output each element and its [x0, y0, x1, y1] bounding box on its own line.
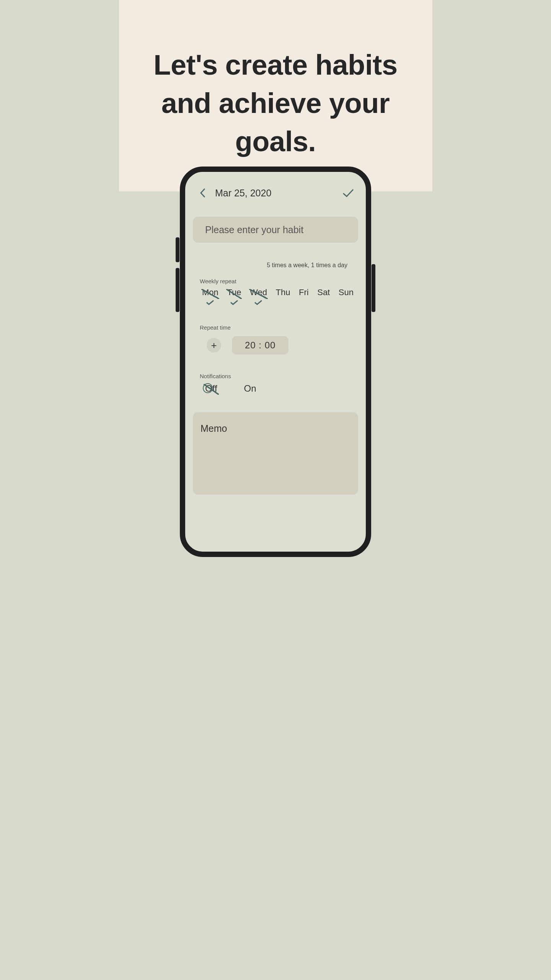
repeat-time-label: Repeat time: [200, 324, 358, 331]
habit-input-placeholder: Please enter your habit: [205, 224, 303, 235]
time-chip[interactable]: 20 : 00: [232, 336, 289, 354]
phone-frame: Mar 25, 2020 Please enter your habit 5 t…: [180, 167, 371, 557]
date-label[interactable]: Mar 25, 2020: [215, 188, 341, 199]
weekly-repeat-days: Mon Tue Wed Thu Fri Sat Sun: [193, 287, 358, 297]
day-label: Sun: [339, 287, 354, 297]
day-tue[interactable]: Tue: [227, 287, 241, 297]
day-wed[interactable]: Wed: [250, 287, 267, 297]
repeat-time-row: + 20 : 00: [193, 336, 358, 354]
day-mon[interactable]: Mon: [202, 287, 218, 297]
notifications-label: Notifications: [200, 373, 358, 379]
day-label: Mon: [202, 287, 218, 297]
notifications-on-label: On: [244, 383, 256, 394]
chevron-left-icon: [200, 188, 206, 198]
promo-page: Let's create habits and achieve your goa…: [119, 0, 432, 557]
notifications-off-label: Off: [205, 383, 217, 394]
day-label: Fri: [299, 287, 309, 297]
day-sat[interactable]: Sat: [317, 287, 330, 297]
headline: Let's create habits and achieve your goa…: [119, 46, 432, 161]
day-label: Thu: [276, 287, 290, 297]
notifications-off[interactable]: Off: [205, 383, 217, 394]
plus-icon: +: [211, 340, 217, 351]
add-time-button[interactable]: +: [207, 338, 221, 353]
notifications-on[interactable]: On: [244, 383, 256, 394]
phone-side-button: [372, 264, 375, 312]
phone-side-button: [176, 268, 179, 312]
weekly-repeat-label: Weekly repeat: [200, 278, 358, 284]
back-button[interactable]: [195, 185, 210, 201]
confirm-button[interactable]: [341, 185, 356, 201]
check-icon: [254, 297, 262, 303]
day-sun[interactable]: Sun: [339, 287, 354, 297]
day-label: Sat: [317, 287, 330, 297]
frequency-summary: 5 times a week, 1 times a day: [193, 262, 358, 269]
check-icon: [342, 189, 354, 197]
memo-placeholder: Memo: [201, 423, 227, 434]
topbar: Mar 25, 2020: [193, 185, 358, 201]
phone-side-button: [176, 237, 179, 262]
day-label: Tue: [227, 287, 241, 297]
headline-line1: Let's create habits and achieve your goa…: [153, 49, 397, 157]
circle-icon: [203, 383, 213, 393]
habit-input[interactable]: Please enter your habit: [193, 217, 358, 243]
app-screen: Mar 25, 2020 Please enter your habit 5 t…: [185, 172, 366, 495]
day-thu[interactable]: Thu: [276, 287, 290, 297]
day-label: Wed: [250, 287, 267, 297]
check-icon: [230, 297, 238, 303]
check-icon: [206, 297, 214, 303]
day-fri[interactable]: Fri: [299, 287, 309, 297]
notifications-row: Off On: [193, 383, 358, 394]
memo-input[interactable]: Memo: [193, 412, 358, 495]
